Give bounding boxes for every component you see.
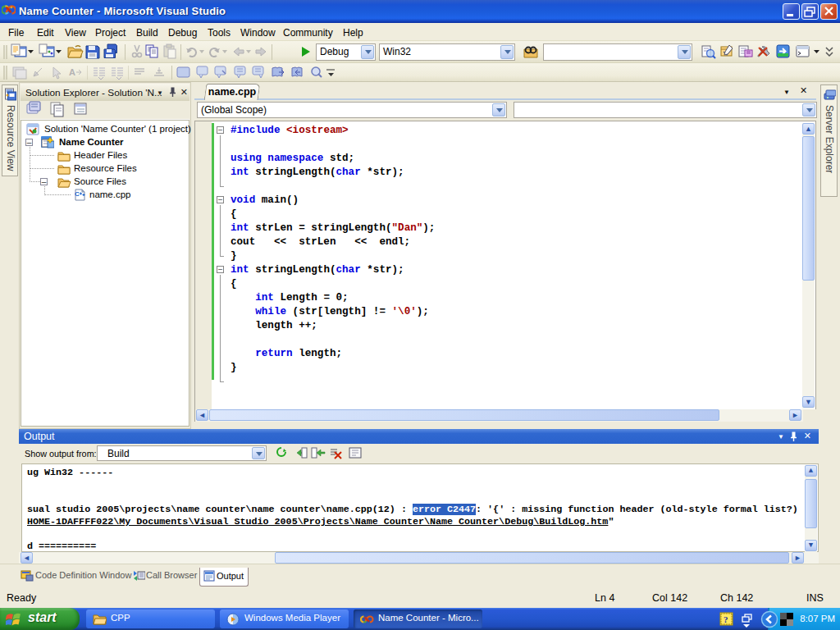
svg-text:?: ? [724,614,728,624]
svg-text:C: C [75,190,80,198]
svg-text:A: A [69,67,75,77]
